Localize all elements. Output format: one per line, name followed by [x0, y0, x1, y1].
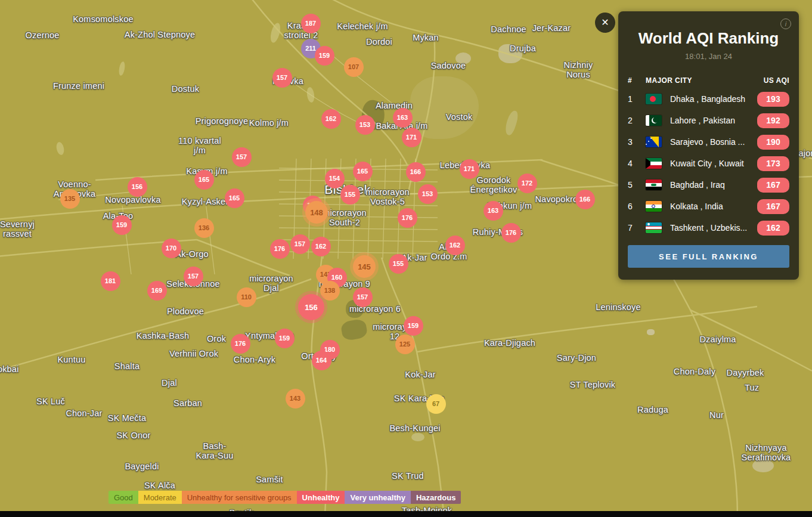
- aqi-marker[interactable]: 159: [275, 329, 295, 348]
- ranking-rows: 1Dhaka , Bangladesh1932Lahore , Pakistan…: [618, 88, 799, 239]
- aqi-marker[interactable]: 157: [184, 267, 203, 286]
- aqi-marker[interactable]: 157: [232, 147, 252, 167]
- aqi-marker[interactable]: 159: [315, 46, 334, 66]
- see-full-ranking-button[interactable]: SEE FULL RANKING: [628, 245, 789, 268]
- map-label: Severnyj rassvet: [0, 220, 35, 239]
- legend-item-good: Good: [109, 491, 138, 504]
- air-quality-map-screen: KomsomolskoeOzernoeAk-Zhol StepnoyeKelec…: [0, 0, 812, 517]
- aqi-marker[interactable]: 163: [484, 201, 503, 221]
- map-label: Leninskoye: [596, 303, 640, 312]
- aqi-marker[interactable]: 138: [320, 281, 340, 301]
- aqi-marker[interactable]: 155: [389, 254, 408, 274]
- ba-flag-icon: [646, 137, 662, 147]
- aqi-marker[interactable]: 166: [575, 190, 595, 209]
- aqi-marker[interactable]: 148: [305, 201, 328, 224]
- aqi-badge: 167: [757, 199, 789, 214]
- ranking-row[interactable]: 2Lahore , Pakistan192: [618, 110, 799, 131]
- aqi-marker[interactable]: 156: [298, 294, 324, 320]
- aqi-marker[interactable]: 170: [162, 239, 181, 258]
- aqi-marker[interactable]: 67: [426, 394, 446, 414]
- aqi-marker[interactable]: 143: [286, 389, 305, 408]
- aqi-marker[interactable]: 157: [272, 68, 292, 88]
- map-label: Baygeldi: [125, 462, 159, 472]
- aqi-marker[interactable]: 162: [321, 109, 341, 129]
- ranking-row[interactable]: 5Baghdad , Iraq167: [618, 174, 799, 196]
- map-label: Nizhniy Norus: [564, 61, 593, 80]
- world-aqi-ranking-panel: i World AQI Ranking 18:01, Jan 24 # MAJO…: [618, 11, 799, 280]
- aqi-marker[interactable]: 166: [406, 162, 426, 182]
- ranking-row[interactable]: 1Dhaka , Bangladesh193: [618, 88, 799, 110]
- ranking-row[interactable]: 4Kuwait City , Kuwait173: [618, 153, 799, 174]
- iq-flag-icon: [646, 179, 662, 190]
- aqi-marker[interactable]: 181: [101, 271, 120, 291]
- map-label: Plodovoe: [167, 307, 204, 317]
- aqi-marker[interactable]: 176: [231, 334, 250, 354]
- map-label: Dordoi: [366, 38, 392, 47]
- aqi-marker[interactable]: 135: [60, 189, 80, 209]
- aqi-marker[interactable]: 176: [398, 208, 417, 228]
- map-label: Chon-Jar: [66, 409, 102, 419]
- aqi-marker[interactable]: 164: [312, 351, 331, 370]
- map-label: microrayon Djal: [249, 274, 293, 293]
- in-flag-icon: [646, 201, 662, 212]
- aqi-marker[interactable]: 176: [501, 223, 521, 243]
- map-label: Jer-Kazar: [532, 24, 571, 33]
- legend-item-unhealthy: Unhealthy: [297, 491, 345, 504]
- map-label: Raduga: [637, 405, 668, 415]
- aqi-marker[interactable]: 172: [517, 174, 537, 193]
- aqi-marker[interactable]: 107: [344, 57, 364, 77]
- rank-number: 2: [628, 116, 646, 125]
- map-label: Nizhnyaya Serafimovka: [742, 444, 791, 463]
- rank-number: 4: [628, 159, 646, 168]
- terrain-patch: [503, 110, 520, 137]
- aqi-marker[interactable]: 163: [393, 108, 413, 128]
- terrain-patch: [306, 86, 315, 103]
- map-label: Sary-Djon: [557, 354, 596, 363]
- legend-item-unhealthy-for-sensitive-groups: Unhealthy for sensitive groups: [182, 491, 297, 504]
- aqi-marker[interactable]: 171: [460, 159, 479, 179]
- aqi-marker[interactable]: 159: [404, 316, 423, 336]
- aqi-marker[interactable]: 165: [194, 170, 214, 190]
- rank-number: 7: [628, 223, 646, 233]
- map-label: SK Luč: [36, 397, 65, 407]
- city-name: Lahore , Pakistan: [670, 116, 757, 125]
- aqi-marker[interactable]: 171: [402, 128, 422, 147]
- pk-flag-icon: [646, 115, 662, 126]
- aqi-marker[interactable]: 162: [311, 237, 331, 256]
- aqi-badge: 167: [757, 178, 789, 193]
- aqi-marker[interactable]: 125: [395, 335, 415, 354]
- close-panel-button[interactable]: ✕: [595, 13, 615, 33]
- aqi-marker[interactable]: 159: [112, 215, 132, 235]
- aqi-marker[interactable]: 153: [418, 184, 438, 204]
- terrain-patch: [55, 141, 65, 156]
- aqi-marker[interactable]: 169: [147, 281, 167, 301]
- aqi-marker[interactable]: 165: [225, 188, 244, 208]
- ranking-row[interactable]: 6Kolkata , India167: [618, 196, 799, 217]
- aqi-marker[interactable]: 157: [290, 234, 310, 254]
- map-label: Chon-Daly: [674, 367, 715, 377]
- column-major-city: MAJOR CITY: [646, 76, 764, 85]
- map-label: Ak-Zhol Stepnoye: [125, 30, 195, 40]
- ranking-row[interactable]: 3Sarajevo , Bosnia ...190: [618, 131, 799, 153]
- aqi-marker[interactable]: 110: [237, 287, 256, 307]
- terrain-patch: [269, 22, 282, 44]
- aqi-marker[interactable]: 165: [353, 162, 373, 181]
- map-label: Frunze imeni: [53, 82, 104, 91]
- aqi-marker[interactable]: 156: [128, 177, 147, 197]
- info-icon[interactable]: i: [780, 18, 791, 29]
- ranking-row[interactable]: 7Tashkent , Uzbekis...162: [618, 217, 799, 239]
- aqi-marker[interactable]: 154: [325, 169, 345, 188]
- aqi-marker[interactable]: 136: [194, 218, 214, 238]
- aqi-marker[interactable]: 155: [340, 185, 360, 205]
- aqi-marker[interactable]: 187: [301, 14, 321, 33]
- aqi-marker[interactable]: 162: [445, 236, 465, 255]
- uz-flag-icon: [646, 222, 662, 233]
- aqi-marker[interactable]: 153: [355, 115, 375, 135]
- map-label: Prigorognoye: [196, 117, 249, 126]
- map-label: Kyzyl-Asker: [182, 197, 229, 207]
- map-label: Orok: [207, 335, 226, 344]
- aqi-marker[interactable]: 176: [270, 239, 290, 259]
- rank-number: 1: [628, 94, 646, 104]
- aqi-marker[interactable]: 145: [353, 255, 376, 278]
- aqi-marker[interactable]: 157: [353, 287, 373, 307]
